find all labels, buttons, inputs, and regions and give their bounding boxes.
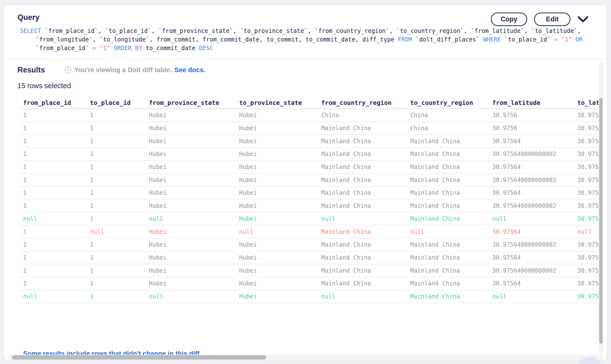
table-row: 11HubeiHubeiMainland ChinaChina30.975630…: [19, 122, 603, 135]
table-cell: Hubei: [235, 151, 317, 157]
table-cell: Hubei: [235, 267, 317, 274]
table-header-row: from_place_idto_place_idfrom_province_st…: [19, 97, 603, 109]
table-cell: 1: [19, 228, 86, 235]
table-cell: 1: [19, 189, 86, 196]
table-cell: Mainland China: [406, 138, 488, 145]
section-divider: [4, 59, 607, 59]
query-panel-title: Query: [17, 13, 40, 22]
table-cell: Mainland China: [317, 202, 406, 209]
column-header-from_latitude: from_latitude: [488, 99, 573, 106]
results-table-viewport: from_place_idto_place_idfrom_province_st…: [19, 97, 603, 354]
edit-button[interactable]: Edit: [534, 13, 570, 26]
table-cell: Hubei: [145, 241, 235, 248]
table-cell: Hubei: [235, 280, 317, 287]
table-cell: 30.975640000000002: [488, 151, 573, 157]
table-cell: China: [317, 112, 406, 119]
horizontal-scrollbar-thumb[interactable]: [12, 355, 266, 360]
table-cell: 1: [19, 267, 86, 274]
table-cell: 1: [86, 215, 145, 222]
table-cell: Hubei: [235, 215, 317, 222]
table-row: 11HubeiHubeiMainland ChinaMainland China…: [19, 148, 603, 161]
table-cell: Hubei: [145, 202, 235, 209]
table-cell: null: [235, 228, 317, 235]
table-cell: 1: [86, 254, 145, 261]
table-cell: Hubei: [145, 254, 235, 261]
table-cell: null: [145, 293, 235, 300]
table-cell: Hubei: [145, 177, 235, 183]
table-body: 11HubeiHubeiChinaChina30.975630.975611Hu…: [19, 109, 603, 303]
table-cell: China: [406, 125, 488, 132]
collapse-query-button[interactable]: [577, 14, 589, 25]
vertical-scrollbar[interactable]: [598, 62, 603, 354]
table-cell: Hubei: [145, 151, 235, 157]
table-cell: 30.975640000000002: [488, 241, 573, 248]
table-cell: Mainland China: [317, 228, 406, 235]
table-row: 11HubeiHubeiMainland ChinaMainland China…: [19, 135, 603, 148]
chevron-down-icon: [578, 16, 588, 23]
row-count-text: 15 rows selected: [17, 82, 71, 90]
table-cell: Mainland China: [406, 267, 488, 274]
table-row: 11HubeiHubeiMainland ChinaMainland China…: [19, 252, 603, 265]
page: { "query_panel": { "title": "Query", "co…: [0, 0, 611, 364]
table-cell: 1: [86, 189, 145, 196]
table-cell: Hubei: [235, 254, 317, 261]
table-cell: Mainland China: [406, 293, 488, 300]
table-cell: 1: [86, 151, 145, 157]
table-cell: 1: [86, 177, 145, 183]
table-cell: Hubei: [235, 112, 317, 119]
table-cell: Hubei: [235, 125, 317, 132]
table-cell: 30.975640000000002: [488, 267, 573, 274]
table-cell: null: [488, 293, 573, 300]
table-row: 11HubeiHubeiMainland ChinaMainland China…: [19, 187, 603, 200]
results-title: Results: [17, 66, 45, 74]
table-cell: Mainland China: [317, 241, 406, 248]
table-cell: China: [406, 112, 488, 119]
table-cell: 1: [86, 280, 145, 287]
table-cell: Hubei: [145, 280, 235, 287]
table-cell: 1: [19, 254, 86, 261]
table-cell: Mainland China: [406, 280, 488, 287]
table-cell: 30.97564: [488, 189, 573, 196]
column-header-to_country_region: to_country_region: [406, 99, 488, 106]
table-cell: 1: [19, 125, 86, 132]
table-cell: 30.975640000000002: [488, 177, 573, 183]
table-row: 11HubeiHubeiMainland ChinaMainland China…: [19, 238, 603, 252]
table-cell: 1: [86, 267, 145, 274]
table-row: 11HubeiHubeiMainland ChinaMainland China…: [19, 200, 603, 213]
table-cell: Hubei: [235, 177, 317, 183]
table-cell: null: [317, 293, 406, 300]
table-row: 11HubeiHubeiMainland ChinaMainland China…: [19, 264, 603, 277]
table-cell: 1: [86, 112, 145, 119]
table-cell: Mainland China: [406, 254, 488, 261]
copy-button[interactable]: Copy: [491, 13, 527, 26]
table-cell: null: [406, 228, 488, 235]
vertical-scrollbar-thumb[interactable]: [599, 98, 603, 344]
table-cell: 1: [19, 164, 86, 170]
table-cell: 1: [86, 125, 145, 132]
table-row: null1nullHubeinullMainland Chinanull30.9…: [19, 213, 603, 226]
table-row: 1nullHubeinullMainland Chinanull30.97564…: [19, 225, 603, 238]
table-cell: Mainland China: [317, 189, 406, 196]
table-cell: Mainland China: [406, 241, 488, 248]
table-cell: Hubei: [145, 267, 235, 274]
table-cell: Mainland China: [406, 164, 488, 170]
table-cell: Hubei: [145, 138, 235, 145]
table-cell: Mainland China: [317, 138, 406, 145]
table-cell: Mainland China: [317, 254, 406, 261]
table-cell: 30.9756: [488, 112, 573, 119]
table-cell: 1: [19, 138, 86, 145]
table-cell: Mainland China: [317, 164, 406, 170]
horizontal-scrollbar[interactable]: [8, 355, 603, 360]
column-header-to_place_id: to_place_id: [86, 99, 145, 106]
table-row: 11HubeiHubeiMainland ChinaMainland China…: [19, 277, 603, 290]
table-cell: 1: [86, 138, 145, 145]
table-cell: 1: [19, 241, 86, 248]
table-row: null1nullHubeinullMainland Chinanull30.9…: [19, 290, 603, 303]
table-cell: Mainland China: [406, 215, 488, 222]
table-cell: Mainland China: [317, 280, 406, 287]
see-docs-link[interactable]: See docs.: [174, 66, 205, 74]
results-header: Results i You're viewing a Dolt diff tab…: [17, 66, 205, 74]
table-cell: Mainland China: [317, 151, 406, 157]
table-cell: null: [19, 215, 86, 222]
table-cell: null: [145, 215, 235, 222]
